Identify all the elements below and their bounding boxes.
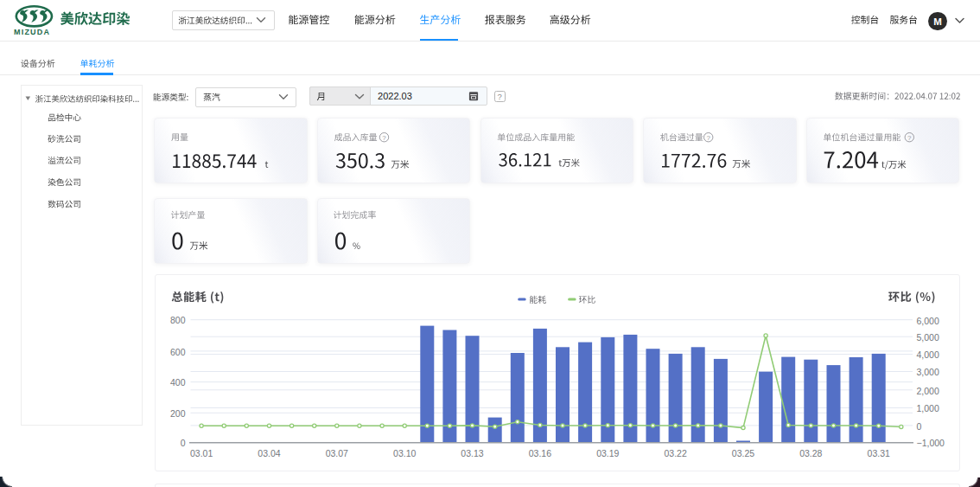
svg-text:MIZUDA: MIZUDA	[14, 28, 50, 36]
